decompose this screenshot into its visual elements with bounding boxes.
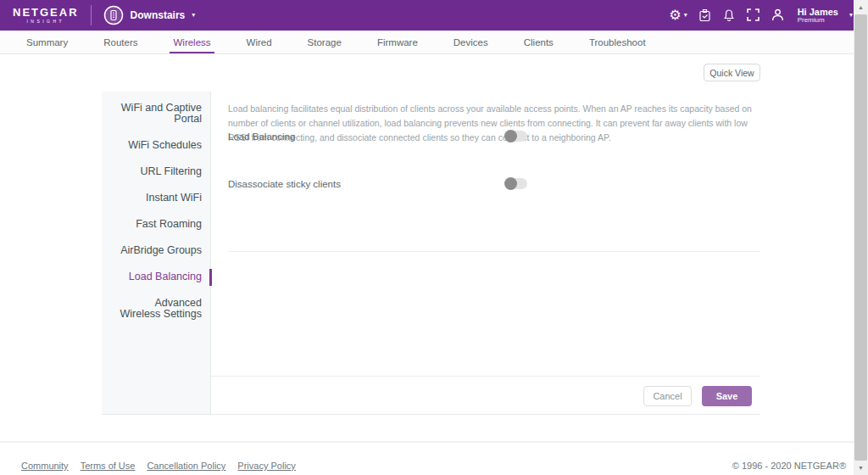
settings-gear-button[interactable]: ⚙ ▾ [669, 8, 687, 22]
tab-devices[interactable]: Devices [436, 31, 506, 53]
header-actions: ⚙ ▾ Hi Jam [669, 7, 853, 25]
header-divider [91, 5, 92, 25]
tab-troubleshoot[interactable]: Troubleshoot [571, 31, 664, 53]
action-divider [211, 376, 760, 377]
gear-icon: ⚙ [669, 8, 681, 22]
tab-routers[interactable]: Routers [86, 31, 155, 53]
toggle-knob [504, 130, 517, 142]
footer-divider [0, 441, 868, 443]
fullscreen-icon [747, 8, 760, 21]
sidebar-item-wifi-schedules[interactable]: WiFi Schedules [102, 132, 210, 159]
load-balancing-panel: Load balancing facilitates equal distrib… [210, 92, 760, 414]
netgear-logo: NETGEAR INSIGHT [13, 7, 79, 24]
tab-wireless[interactable]: Wireless [155, 31, 228, 53]
brand-sub: INSIGHT [26, 20, 64, 24]
sidebar-item-fast-roaming[interactable]: Fast Roaming [102, 211, 210, 238]
sidebar-item-advanced-wireless-settings[interactable]: Advanced Wireless Settings [102, 290, 210, 327]
quick-view-button[interactable]: Quick View [704, 64, 760, 81]
save-button[interactable]: Save [702, 386, 752, 406]
chevron-down-icon: ▾ [684, 12, 687, 19]
chevron-down-icon: ▾ [192, 12, 195, 19]
load-balancing-toggle[interactable] [505, 131, 527, 142]
tab-summary[interactable]: Summary [8, 31, 86, 53]
tab-clients[interactable]: Clients [506, 31, 571, 53]
notifications-button[interactable] [722, 8, 736, 22]
sidebar-item-instant-wifi[interactable]: Instant WiFi [102, 185, 210, 211]
wireless-settings-card: WiFi and Captive Portal WiFi Schedules U… [102, 92, 760, 415]
app-header: NETGEAR INSIGHT Downstairs ▾ ⚙ ▾ [0, 0, 868, 31]
tab-firmware[interactable]: Firmware [359, 31, 436, 53]
tab-wired[interactable]: Wired [229, 31, 290, 53]
location-selector[interactable]: Downstairs ▾ [103, 5, 196, 25]
user-info[interactable]: Hi James Premium [798, 7, 838, 25]
sidebar-item-url-filtering[interactable]: URL Filtering [102, 159, 210, 185]
load-balancing-description: Load balancing facilitates equal distrib… [228, 102, 752, 144]
row-divider [228, 251, 760, 252]
footer-links: Community Terms of Use Cancellation Poli… [21, 461, 296, 471]
disassociate-sticky-clients-toggle[interactable] [505, 178, 527, 189]
brand-name: NETGEAR [13, 7, 79, 18]
fullscreen-button[interactable] [747, 8, 760, 21]
sidebar-item-load-balancing[interactable]: Load Balancing [102, 264, 210, 290]
user-icon [771, 8, 785, 22]
tab-storage[interactable]: Storage [290, 31, 359, 53]
user-menu[interactable] [771, 8, 785, 22]
main-nav-tabs: Summary Routers Wireless Wired Storage F… [0, 31, 868, 54]
chevron-down-icon: ▾ [849, 12, 853, 19]
register-device-icon [698, 8, 711, 22]
vertical-scrollbar[interactable]: ▲ ▼ [854, 0, 868, 475]
footer-link-cancellation-policy[interactable]: Cancellation Policy [147, 461, 225, 471]
access-point-icon [103, 5, 124, 25]
bell-icon [722, 8, 736, 22]
user-greeting: Hi James [798, 7, 838, 17]
wireless-side-nav: WiFi and Captive Portal WiFi Schedules U… [102, 92, 210, 414]
copyright-text: © 1996 - 2020 NETGEAR® [732, 461, 846, 471]
sidebar-item-airbridge-groups[interactable]: AirBridge Groups [102, 238, 210, 264]
cancel-button[interactable]: Cancel [643, 386, 692, 406]
sidebar-item-wifi-captive-portal[interactable]: WiFi and Captive Portal [102, 95, 210, 132]
user-plan-badge: Premium [798, 17, 838, 25]
scroll-down-arrow-icon[interactable]: ▼ [854, 461, 868, 475]
toggle-knob [504, 177, 517, 190]
load-balancing-toggle-label: Load Balancing [228, 131, 295, 142]
footer-link-privacy-policy[interactable]: Privacy Policy [237, 461, 295, 471]
footer-link-community[interactable]: Community [21, 461, 69, 471]
register-device-button[interactable] [698, 8, 711, 22]
scroll-up-arrow-icon[interactable]: ▲ [854, 0, 868, 14]
footer-link-terms-of-use[interactable]: Terms of Use [81, 461, 136, 471]
scrollbar-thumb[interactable] [854, 14, 867, 461]
location-label: Downstairs [131, 9, 186, 21]
disassociate-sticky-clients-toggle-label: Disassociate sticky clients [228, 179, 341, 189]
